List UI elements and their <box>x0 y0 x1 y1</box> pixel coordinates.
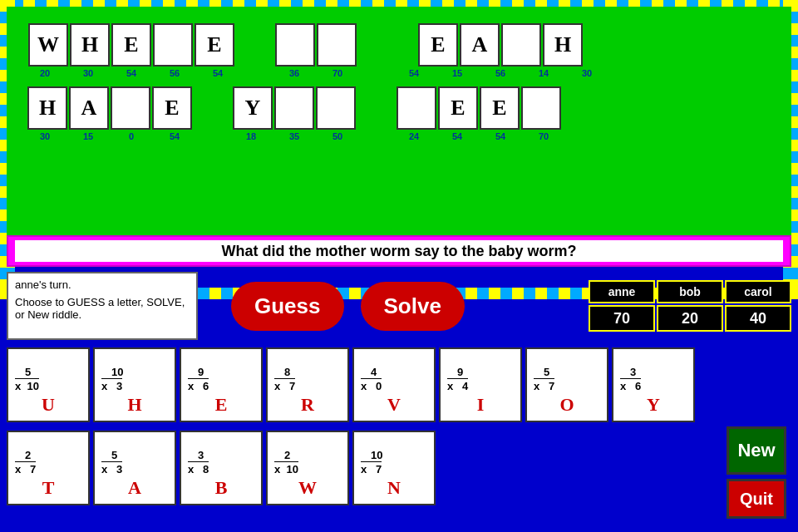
letter-num: 50 <box>316 131 359 141</box>
score-values: 70 20 40 <box>589 305 791 332</box>
letter-box: E <box>152 86 192 130</box>
tile-I[interactable]: 9 x 4 I <box>439 347 522 422</box>
tile-letter: W <box>298 477 317 499</box>
letter-num: 0 <box>110 131 153 141</box>
puzzle-row2: H A E 30 15 0 54 Y 18 35 50 <box>7 78 791 141</box>
letter-box <box>153 23 193 66</box>
letter-box <box>316 86 356 130</box>
letter-num: 15 <box>436 68 479 78</box>
tile-letter: A <box>128 477 141 499</box>
letter-num: 30 <box>23 131 66 141</box>
tile-letter: N <box>387 477 401 499</box>
letter-box <box>274 86 314 130</box>
letter-num: 54 <box>196 68 239 78</box>
tile-letter: V <box>387 394 401 416</box>
letter-box: Y <box>233 86 273 130</box>
solve-button[interactable]: Solve <box>361 282 465 331</box>
tile-T[interactable]: 2 x 7 T <box>7 431 90 505</box>
player-carol: carol <box>725 280 791 303</box>
letter-num: 14 <box>522 68 565 78</box>
letter-box: E <box>480 86 520 130</box>
tile-letter: T <box>42 477 55 499</box>
word-group-3: E A H 54 15 56 14 30 <box>392 23 608 78</box>
tiles-row2: 2 x 7 T 5 x 3 A 3 x 8 B 2 x 10 W 10 x 7 … <box>7 431 723 505</box>
letter-num: 54 <box>392 68 436 78</box>
letter-num: 56 <box>479 68 522 78</box>
letter-box: H <box>70 23 110 66</box>
letter-box: E <box>111 23 151 66</box>
word-group-5: Y 18 35 50 <box>229 86 359 141</box>
tile-U[interactable]: 5 x 10 U <box>7 347 90 422</box>
tile-letter: O <box>559 394 574 416</box>
word-group-1: W H E E 20 30 54 56 54 <box>23 23 239 78</box>
letter-num: 54 <box>153 131 196 141</box>
letter-box: E <box>195 23 234 66</box>
scores-area: anne bob carol 70 20 40 <box>589 280 791 332</box>
instruction-text: Choose to GUESS a letter, SOLVE, or New … <box>15 296 190 321</box>
tile-Y[interactable]: 3 x 6 Y <box>612 347 695 422</box>
question-bar: What did the mother worm say to the baby… <box>7 235 791 267</box>
letter-num: 30 <box>66 68 110 78</box>
tiles-row1: 5 x 10 U 10 x 3 H 9 x 6 E 8 x 7 R 4 x 0 … <box>7 347 723 422</box>
guess-button[interactable]: Guess <box>231 282 344 331</box>
letter-box <box>501 23 541 66</box>
letter-num: 30 <box>565 68 608 78</box>
tile-letter: H <box>127 394 141 416</box>
letter-num: 15 <box>66 131 110 141</box>
letter-num: 18 <box>229 131 273 141</box>
letter-box: W <box>28 23 68 66</box>
puzzle-area: W H E E 20 30 54 56 54 36 70 <box>7 7 791 235</box>
question-text: What did the mother worm say to the baby… <box>15 240 783 262</box>
letter-box <box>275 23 315 66</box>
tile-A[interactable]: 5 x 3 A <box>93 431 176 505</box>
word-group-2: 36 70 <box>273 23 359 78</box>
letter-box <box>521 86 561 130</box>
letter-box: A <box>460 23 500 66</box>
quit-button[interactable]: Quit <box>727 479 786 519</box>
score-carol: 40 <box>725 305 791 332</box>
tile-letter: I <box>477 394 485 416</box>
letter-box: E <box>438 86 478 130</box>
controls-area: anne's turn. Choose to GUESS a letter, S… <box>7 268 791 343</box>
score-anne: 70 <box>589 305 655 332</box>
message-box: anne's turn. Choose to GUESS a letter, S… <box>7 272 198 340</box>
tile-letter: Y <box>647 394 660 416</box>
tile-W[interactable]: 2 x 10 W <box>266 431 349 505</box>
tile-H[interactable]: 10 x 3 H <box>93 347 176 422</box>
tile-N[interactable]: 10 x 7 N <box>352 431 436 505</box>
tile-letter: E <box>215 394 228 416</box>
letter-box: H <box>27 86 67 130</box>
letter-box <box>397 86 436 130</box>
letter-box: A <box>69 86 109 130</box>
letter-box: H <box>543 23 583 66</box>
letter-num: 36 <box>273 68 316 78</box>
letter-box: E <box>418 23 458 66</box>
tile-B[interactable]: 3 x 8 B <box>180 431 263 505</box>
tile-O[interactable]: 5 x 7 O <box>525 347 608 422</box>
letter-num: 54 <box>479 131 522 141</box>
letter-num: 54 <box>436 131 479 141</box>
score-names: anne bob carol <box>589 280 791 303</box>
letter-num: 54 <box>110 68 153 78</box>
letter-num: 35 <box>273 131 316 141</box>
word-group-4: H A E 30 15 0 54 <box>23 86 196 141</box>
tile-letter: R <box>301 394 314 416</box>
tile-letter: U <box>42 394 55 416</box>
letter-num: 20 <box>23 68 66 78</box>
puzzle-row1: W H E E 20 30 54 56 54 36 70 <box>7 7 791 78</box>
letter-num: 70 <box>522 131 565 141</box>
letter-num: 70 <box>316 68 359 78</box>
letter-box <box>317 23 357 66</box>
new-button[interactable]: New <box>727 426 786 475</box>
tile-E[interactable]: 9 x 6 E <box>180 347 263 422</box>
letter-num: 24 <box>392 131 436 141</box>
player-bob: bob <box>657 280 723 303</box>
word-group-6: E E 24 54 54 70 <box>392 86 565 141</box>
score-bob: 20 <box>657 305 723 332</box>
tile-R[interactable]: 8 x 7 R <box>266 347 349 422</box>
turn-text: anne's turn. <box>15 278 190 291</box>
letter-box <box>111 86 150 130</box>
letter-num: 56 <box>153 68 196 78</box>
tile-V[interactable]: 4 x 0 V <box>352 347 436 422</box>
player-anne: anne <box>589 280 655 303</box>
